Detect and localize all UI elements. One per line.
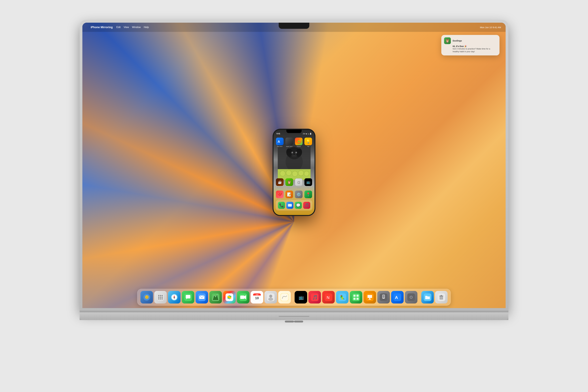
dock-contacts[interactable] xyxy=(264,291,277,304)
dock-music[interactable]: 🎵 xyxy=(308,291,321,304)
foot-left xyxy=(285,321,294,322)
iphone-app-settings[interactable]: ⚙️ Settings xyxy=(294,191,303,200)
iphone-dynamic-island xyxy=(286,130,302,133)
iphone-app-duolingo[interactable]: 🦉 Duolingo xyxy=(285,178,294,188)
philz-icon: ☕ xyxy=(276,178,284,186)
unfold-label: Unfold xyxy=(297,186,300,188)
duolingo-icon: 🦉 xyxy=(286,178,293,186)
dock-finder[interactable]: 😊 xyxy=(140,291,153,304)
findmy-label: Find My xyxy=(306,199,310,200)
iphone-app-appstore[interactable]: A App Store xyxy=(276,138,284,147)
svg-point-11 xyxy=(293,154,295,155)
svg-point-16 xyxy=(298,170,304,176)
dock-facetime[interactable] xyxy=(237,291,250,304)
svg-rect-62 xyxy=(281,294,288,301)
iphone-app-tips[interactable]: 💡 Tips xyxy=(304,138,312,147)
notification-header: 🦉 Duolingo xyxy=(444,37,497,44)
svg-rect-72 xyxy=(354,294,356,297)
svg-point-27 xyxy=(162,295,163,296)
menu-help[interactable]: Help xyxy=(144,26,149,29)
foot-right xyxy=(294,321,303,322)
dock-appstore[interactable]: A xyxy=(391,291,404,304)
fitness-icon xyxy=(295,138,302,145)
dock-iphone-mirror[interactable] xyxy=(377,291,390,304)
svg-point-88 xyxy=(410,296,412,298)
iphone-app-tv[interactable]: 📺 TV xyxy=(304,178,312,188)
svg-text:A: A xyxy=(395,295,398,300)
svg-point-60 xyxy=(269,294,272,298)
svg-point-25 xyxy=(158,295,160,296)
svg-point-13 xyxy=(280,171,285,176)
svg-rect-82 xyxy=(383,295,384,298)
iphone-app-fitness[interactable]: Fitness xyxy=(294,138,303,147)
iphone-dock: 📞 ✉️ 💬 🎵 xyxy=(276,200,312,210)
menubar-app-name: iPhone Mirroring xyxy=(91,26,113,29)
dock-photos[interactable] xyxy=(223,291,236,304)
dock-mail[interactable] xyxy=(196,291,208,304)
svg-point-32 xyxy=(160,298,161,300)
iphone-dock-mail[interactable]: ✉️ xyxy=(286,202,294,209)
dock-trash[interactable] xyxy=(435,291,448,304)
svg-point-83 xyxy=(383,298,384,298)
iphone-app-health[interactable]: ❤️ Health xyxy=(276,191,284,200)
svg-point-30 xyxy=(162,296,163,298)
svg-point-8 xyxy=(296,152,297,153)
iphone-dock-messages[interactable]: 💬 xyxy=(295,202,302,209)
macbook-feet xyxy=(266,321,322,322)
iphone-app-pages[interactable]: 📝 Pages xyxy=(285,191,294,200)
svg-rect-75 xyxy=(356,298,358,300)
macbook-lid: iPhone Mirroring Edit View Window Help M… xyxy=(80,20,508,311)
iphone-top-apps: A App Store Apple Store xyxy=(274,136,314,148)
svg-point-21 xyxy=(298,141,299,142)
dock-launchpad[interactable] xyxy=(154,291,167,304)
svg-point-14 xyxy=(286,170,292,176)
duolingo-label: Duolingo xyxy=(287,186,292,188)
dock-parrot[interactable]: 🦜 xyxy=(336,291,348,304)
iphone-bottom-apps: ❤️ Health 📝 Pages xyxy=(274,190,314,201)
tv-icon: 📺 xyxy=(304,178,312,186)
iphone-app-applestore[interactable]: Apple Store xyxy=(285,138,294,147)
dock-messages[interactable] xyxy=(182,291,194,304)
dock-system-settings[interactable] xyxy=(405,291,418,304)
dock-tv[interactable]: 📺 xyxy=(294,291,307,304)
svg-point-15 xyxy=(292,171,298,176)
menu-window[interactable]: Window xyxy=(132,26,141,29)
pages-icon: 📝 xyxy=(286,191,293,198)
iphone-mockup[interactable]: 9:41 15m ▶ ▲ ▊ A xyxy=(272,129,316,216)
iphone-dock-phone[interactable]: 📞 xyxy=(278,202,285,209)
menubar-right: Mon Jun 10 9:41 AM xyxy=(480,26,501,29)
tips-icon: 💡 xyxy=(304,138,312,145)
svg-rect-71 xyxy=(352,294,360,301)
health-label: Health xyxy=(278,199,282,200)
dock-maps[interactable] xyxy=(209,291,222,304)
iphone-middle-apps: ☕ Philz Coffee 🦉 Duolingo xyxy=(274,177,314,189)
svg-point-20 xyxy=(298,140,300,143)
screen: iPhone Mirroring Edit View Window Help M… xyxy=(82,23,506,308)
iphone-screen: 9:41 15m ▶ ▲ ▊ A xyxy=(274,130,314,215)
dock-keynote[interactable] xyxy=(364,291,376,304)
dock-news[interactable]: N xyxy=(322,291,335,304)
iphone-dock-music[interactable]: 🎵 xyxy=(303,202,310,209)
timer-icon: 15m xyxy=(303,133,306,134)
menubar-datetime: Mon Jun 10 9:41 AM xyxy=(480,26,501,29)
macbook-hinge xyxy=(80,311,508,313)
dock-files[interactable] xyxy=(421,291,434,304)
svg-rect-79 xyxy=(368,299,371,300)
macbook-notch xyxy=(279,316,309,317)
menubar-items: Edit View Window Help xyxy=(116,26,149,29)
dock-numbers[interactable] xyxy=(350,291,362,304)
notification-banner[interactable]: 🦉 Duolingo Hi, it's Duo 🎉 Got 3 minutes … xyxy=(441,35,500,56)
dock-separator-2 xyxy=(419,292,420,302)
menu-view[interactable]: View xyxy=(124,26,129,29)
menu-edit[interactable]: Edit xyxy=(116,26,121,29)
dock-safari[interactable] xyxy=(168,291,180,304)
dock-freeform[interactable] xyxy=(278,291,291,304)
settings-app-icon: ⚙️ xyxy=(295,191,302,198)
svg-point-28 xyxy=(158,296,160,298)
dock-calendar[interactable]: JUN 10 xyxy=(251,291,263,304)
iphone-app-unfold[interactable]: ◻ Unfold xyxy=(294,178,303,188)
iphone-time: 9:41 xyxy=(276,132,280,135)
svg-text:🎵: 🎵 xyxy=(312,295,318,300)
iphone-app-philz[interactable]: ☕ Philz Coffee xyxy=(276,178,284,188)
iphone-app-findmy[interactable]: 📍 Find My xyxy=(304,191,312,200)
